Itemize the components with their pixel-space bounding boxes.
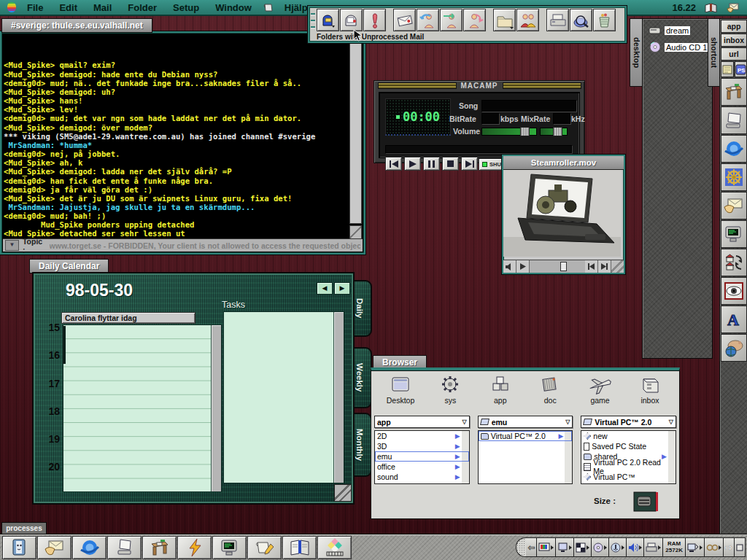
qt-seek-track[interactable] xyxy=(530,260,585,273)
balance-thumb[interactable] xyxy=(553,127,562,136)
printer-icon[interactable] xyxy=(644,537,663,557)
scroll-icon[interactable] xyxy=(263,3,274,12)
list-item[interactable]: Virtual PC™ xyxy=(581,472,676,482)
internet-explorer-icon[interactable] xyxy=(72,536,107,559)
zip-drive-icon[interactable] xyxy=(632,491,659,513)
schedule-scrollbar[interactable] xyxy=(211,325,221,491)
qt-seek-thumb[interactable] xyxy=(560,262,567,271)
tasks-panel[interactable] xyxy=(223,311,344,483)
expand-arrow-icon[interactable]: ▶ xyxy=(455,453,460,460)
expand-right-arrow[interactable]: ⇨ xyxy=(724,537,735,557)
desk-icon[interactable] xyxy=(142,536,177,559)
volume-thumb[interactable] xyxy=(520,127,530,136)
qt-step-back-button[interactable] xyxy=(585,260,598,273)
keyboard-icon[interactable] xyxy=(705,537,724,557)
menu-clock[interactable]: 16.22 xyxy=(672,2,696,13)
column-virtualpc-dropdown[interactable]: Virtual PC™ 2.0▽ xyxy=(581,416,676,428)
balance-slider[interactable] xyxy=(540,128,568,136)
tasks-scrollbar[interactable] xyxy=(333,312,344,483)
font-icon[interactable]: A xyxy=(721,306,747,333)
column-virtualpc-list[interactable]: newSaved PC Stateshared▶Virtual PC 2.0 R… xyxy=(581,430,676,484)
irc-scrollbar[interactable] xyxy=(349,34,362,224)
list-item[interactable]: 3D▶ xyxy=(375,441,469,451)
prev-day-button[interactable]: ◀ xyxy=(317,282,333,295)
internet-explorer-icon[interactable] xyxy=(721,135,747,163)
movie-frame-laptop-photo[interactable] xyxy=(503,170,621,257)
expand-arrow-icon[interactable]: ▶ xyxy=(455,443,460,450)
monitor-res-icon[interactable] xyxy=(556,537,574,557)
next-day-button[interactable]: ▶ xyxy=(334,282,350,295)
seek-bar[interactable] xyxy=(385,145,572,153)
monitor-depth-icon[interactable] xyxy=(537,537,556,557)
column-app-list[interactable]: 2D▶3D▶emu▶office▶sound▶ xyxy=(374,430,470,484)
day-schedule[interactable] xyxy=(63,324,222,492)
desk-icon[interactable] xyxy=(721,78,747,106)
folders-icon[interactable] xyxy=(493,9,516,31)
gopher-icon[interactable] xyxy=(721,334,747,362)
computer-icon[interactable] xyxy=(721,106,747,134)
ircle-icon[interactable] xyxy=(247,536,282,559)
place-doc[interactable]: doc xyxy=(530,375,570,413)
pause-button[interactable] xyxy=(423,157,440,171)
next-button[interactable] xyxy=(461,157,478,171)
find-icon[interactable] xyxy=(570,9,592,31)
terminal-icon[interactable] xyxy=(721,220,747,248)
mixrate-field[interactable] xyxy=(553,113,570,124)
bitrate-field[interactable] xyxy=(481,113,499,124)
list-item[interactable]: 2D▶ xyxy=(375,431,469,441)
topic-tray-icon[interactable]: ▼ xyxy=(5,240,19,251)
collapse-box[interactable] xyxy=(735,537,746,557)
trash-icon[interactable] xyxy=(593,9,616,31)
list-item[interactable]: emu▶ xyxy=(375,451,469,462)
terminal-icon[interactable] xyxy=(212,536,247,559)
ram-indicator[interactable]: RAM2572K xyxy=(663,537,686,557)
note-icon[interactable] xyxy=(721,61,734,77)
open-mailbox-icon[interactable] xyxy=(340,9,363,31)
list-item[interactable]: office▶ xyxy=(375,462,469,472)
list-item[interactable]: new xyxy=(581,431,676,441)
column-app-dropdown[interactable]: app▽ xyxy=(374,416,470,428)
reply-icon[interactable] xyxy=(417,9,439,31)
macamp-title-bar[interactable]: MACAMP xyxy=(374,81,584,90)
emailer-icon[interactable] xyxy=(37,536,71,559)
check-mail-icon[interactable] xyxy=(317,9,339,31)
macamp-time-display[interactable]: 00:00 xyxy=(385,98,451,136)
list-item[interactable]: Virtual PC™ 2.0▶ xyxy=(479,431,573,441)
desktop-pattern-icon[interactable] xyxy=(574,537,592,557)
calendar-event[interactable]: Carolina flyttar idag xyxy=(61,312,196,324)
hand-mail-icon[interactable] xyxy=(727,2,740,12)
place-app[interactable]: app xyxy=(480,375,521,413)
shortcut-button[interactable]: url xyxy=(721,47,747,61)
book-icon[interactable] xyxy=(705,3,718,12)
irc-chat-log[interactable]: <Mud_Spike> qmail? exim?<Mud_Spike> demi… xyxy=(4,34,349,238)
place-desktop[interactable]: Desktop xyxy=(380,375,421,413)
mail-hand-icon[interactable] xyxy=(721,192,747,219)
collapse-left-arrow[interactable]: ⇦ xyxy=(526,537,537,557)
menu-item[interactable]: Edit xyxy=(59,2,77,13)
forward-icon[interactable] xyxy=(440,9,462,31)
column-emu-list[interactable]: Virtual PC™ 2.0▶ xyxy=(478,430,573,484)
movie-title[interactable]: Steamroller.mov xyxy=(503,156,624,170)
stop-button[interactable] xyxy=(442,157,459,171)
cd-icon[interactable] xyxy=(592,537,609,557)
qt-volume-button[interactable] xyxy=(503,260,516,273)
list-item[interactable]: sound▶ xyxy=(375,472,469,482)
helm-icon[interactable] xyxy=(721,163,747,191)
photoshop-icon[interactable]: PS xyxy=(735,61,747,77)
address-groups-icon[interactable] xyxy=(516,9,539,31)
expand-arrow-icon[interactable]: ▶ xyxy=(455,463,460,470)
calendar-resize-handle[interactable] xyxy=(334,484,352,502)
disk-dream[interactable]: dream xyxy=(649,26,712,35)
home-sync-icon[interactable] xyxy=(721,249,747,276)
play-button[interactable] xyxy=(404,157,421,171)
shortcut-button[interactable]: inbox xyxy=(721,34,747,47)
qt-play-button[interactable] xyxy=(516,260,530,273)
audio-cd[interactable]: Audio CD 1 xyxy=(649,42,712,52)
movie-player-icon[interactable] xyxy=(317,536,352,559)
expand-arrow-icon[interactable]: ▶ xyxy=(455,473,460,481)
expand-arrow-icon[interactable]: ▶ xyxy=(558,432,563,440)
address-book-icon[interactable] xyxy=(282,536,317,559)
macamp-icon[interactable] xyxy=(177,536,212,559)
previous-button[interactable] xyxy=(385,157,402,171)
list-item[interactable]: Virtual PC 2.0 Read Me xyxy=(581,462,676,472)
